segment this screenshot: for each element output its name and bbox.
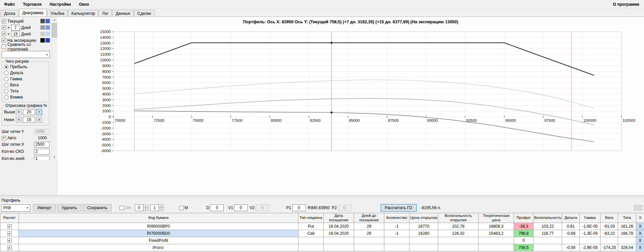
payoff-chart[interactable]: Портфель: Ось X: 83950 Ось Y: (Текущий 7… [57,17,644,195]
grid-cell[interactable]: 16280 [410,230,438,237]
grid-step-x-input[interactable] [34,142,50,147]
header-calc[interactable]: Расчет [0,213,19,223]
grid-cell[interactable]: 15483,2 [479,230,514,237]
row-delete-button[interactable]: X [636,244,644,251]
grid-cell[interactable] [354,244,384,251]
grid-cell[interactable] [601,237,618,244]
grid-cell[interactable]: 16808,3 [479,223,514,230]
grid-cell[interactable]: 29 [354,230,384,237]
grid-cell[interactable]: -1 [384,223,410,230]
grid-cell[interactable] [534,237,562,244]
above-increase-button[interactable]: > [36,109,42,115]
save-button[interactable]: Сохранить [83,204,112,212]
grid-cell[interactable] [438,237,479,244]
grid-cell[interactable]: -1,6E-05 [580,223,601,230]
grid-cell[interactable]: 166,78 [618,230,636,237]
above-percent-input[interactable] [23,109,35,115]
grid-cell[interactable]: Put [298,223,324,230]
dh-spinner-1-input[interactable] [135,204,143,211]
grid-cell[interactable] [384,244,410,251]
grid-cell[interactable]: 796,8 [514,230,534,237]
tab-data[interactable]: Данные [112,10,133,17]
grid-cell[interactable]: -91,03 [601,223,618,230]
grid-cell[interactable]: 161,26 [618,223,636,230]
spin-down-icon[interactable]: ▼ [159,208,164,211]
below-decrease-button[interactable]: < [16,117,22,123]
grid-cell[interactable] [479,237,514,244]
tab-deals[interactable]: Сделки [134,10,155,17]
sidebar-scrollbar[interactable]: ▲ ▼ [51,17,57,160]
radio-vega[interactable]: Вега [4,82,47,88]
dh-checkbox[interactable] [120,206,124,210]
grid-cell[interactable]: RI95000BP0 [19,223,298,230]
m-checkbox[interactable] [179,206,184,210]
payoff-chart-canvas[interactable]: -6000-5000-4000-3000-2000-10000100020003… [57,17,644,195]
grid-cell[interactable] [438,244,479,251]
grid-cell[interactable] [324,237,354,244]
grid-cell[interactable] [298,237,324,244]
header-gamma[interactable]: Гамма [580,213,601,223]
header-quantity[interactable]: Количество [384,213,410,223]
grid-cell[interactable]: 0,61 [562,223,580,230]
grid-cell[interactable]: -0,69 [562,230,580,237]
menu-trading[interactable]: Торговля [19,0,45,8]
header-theoretical-price[interactable]: Теоретическая цена [479,213,514,223]
header-open-price[interactable]: Цена открытия [410,213,438,223]
grid-cell[interactable]: 116,77 [534,230,562,237]
plus15-checkbox[interactable] [2,32,6,36]
grid-cell[interactable]: -2,9E-05 [580,244,601,251]
delete-button[interactable]: Удалить [57,204,82,212]
grid-cell[interactable]: FixedProfit [19,237,298,244]
header-volatility[interactable]: Волатильность [534,213,562,223]
header-theta[interactable]: Тета [618,213,636,223]
below-percent-input[interactable] [23,117,35,123]
spin-down-icon[interactable]: ▼ [143,208,149,211]
row-delete-button[interactable]: X [636,230,644,237]
grid-cell[interactable]: -1,3E-05 [580,230,601,237]
grid-cell[interactable] [534,244,562,251]
tab-board[interactable]: Доска [1,10,19,17]
grid-cell[interactable]: 103,22 [534,223,562,230]
row-calc-checkbox[interactable] [7,246,12,250]
v1-input[interactable] [234,204,248,211]
grid-cell[interactable]: 16.04.2020 [324,223,354,230]
grid-cell[interactable]: -0,08 [562,244,580,251]
grid-cell[interactable]: Call [298,230,324,237]
grid-cell[interactable]: 758,5 [514,244,534,251]
dh-spinner-2-input[interactable] [150,204,159,211]
plus7-days-input[interactable] [11,25,20,30]
grid-cell[interactable]: 16770 [410,223,438,230]
grid-cell[interactable]: 0 [514,237,534,244]
row-delete-button[interactable]: X [636,223,644,230]
header-vega[interactable]: Вега [601,213,618,223]
grid-cell[interactable] [580,237,601,244]
grid-cell[interactable] [479,244,514,251]
row-calc-checkbox[interactable] [7,224,12,229]
spin-up-icon[interactable]: ▲ [143,204,149,208]
radio-vomma[interactable]: Вомма [4,94,47,100]
radio-delta[interactable]: Дельта [4,70,47,76]
radio-profit[interactable]: Прибыль [4,64,47,70]
import-button[interactable]: Импорт [33,204,56,212]
grid-cell[interactable]: -38,3 [514,223,534,230]
grid-cell[interactable]: 16.04.2020 [324,230,354,237]
above-decrease-button[interactable]: < [16,109,22,115]
menu-about[interactable]: О программе [608,0,644,8]
plus7-checkbox[interactable] [2,25,6,30]
row-delete-button[interactable]: X [636,237,644,244]
grid-cell[interactable] [410,244,438,251]
header-days-to-maturity[interactable]: Дней до погашения [354,213,384,223]
grid-cell[interactable]: 328,04 [618,244,636,251]
grid-cell[interactable]: 102,78 [438,223,479,230]
header-x[interactable]: X [636,213,644,223]
grid-cell[interactable] [562,237,580,244]
scrollbar-thumb[interactable] [52,23,57,38]
grid-cell[interactable]: 29 [354,223,384,230]
strategy-combobox[interactable]: ▾ [2,51,50,58]
scroll-down-icon[interactable]: ▼ [52,154,57,160]
grid-cell[interactable] [324,244,354,251]
auto-checkbox[interactable] [2,136,6,140]
tab-diagram[interactable]: Диаграмма [19,9,46,17]
grid-cell[interactable]: -83,22 [601,230,618,237]
grid-cell[interactable]: -1 [384,230,410,237]
